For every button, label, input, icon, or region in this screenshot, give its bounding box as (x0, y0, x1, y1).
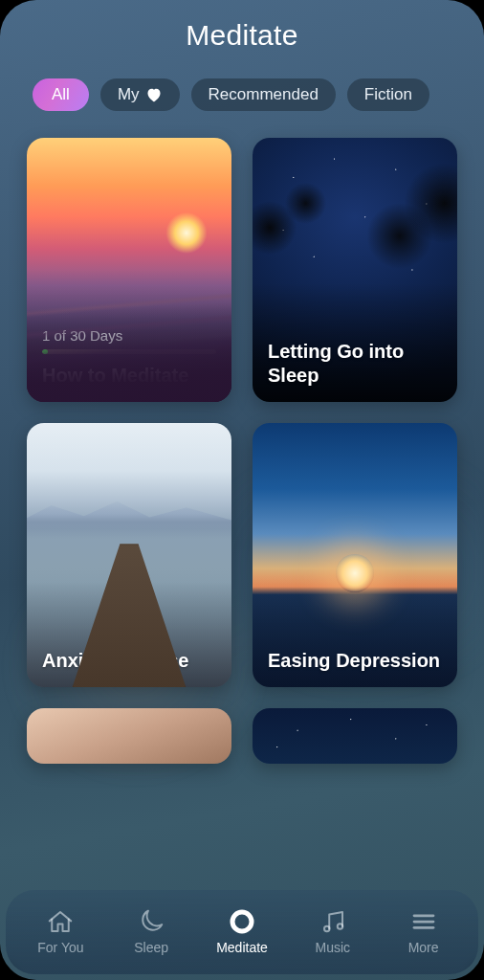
bottom-nav[interactable]: For YouSleepMeditateMusicMore (6, 890, 478, 974)
filter-chip-row[interactable]: AllMyRecommendedFiction (0, 61, 484, 121)
svg-point-0 (232, 912, 252, 931)
chip-label: My (118, 85, 140, 104)
app-screen: Meditate AllMyRecommendedFiction 1 of 30… (0, 0, 484, 980)
content-area: Meditate AllMyRecommendedFiction 1 of 30… (0, 0, 484, 980)
moon-icon (137, 907, 165, 936)
page-title: Meditate (0, 19, 484, 52)
card-label-area: Easing Depression (253, 635, 457, 687)
header: Meditate (0, 0, 484, 61)
card-title: Anxiety Release (42, 649, 216, 672)
card-how-to-meditate[interactable]: 1 of 30 DaysHow to Meditate (27, 138, 231, 402)
progress-caption: 1 of 30 Days (42, 327, 216, 344)
card-easing-depression[interactable]: Easing Depression (253, 423, 457, 687)
card-partial-5[interactable] (253, 708, 457, 764)
svg-point-1 (324, 926, 330, 932)
nav-label: Meditate (216, 940, 268, 955)
card-anxiety-release[interactable]: Anxiety Release (27, 423, 231, 687)
nav-label: For You (37, 940, 83, 955)
chip-label: All (52, 85, 70, 104)
filter-chip-all[interactable]: All (33, 78, 89, 111)
menu-icon (409, 907, 438, 936)
card-title: Easing Depression (268, 649, 442, 672)
card-partial-4[interactable] (27, 708, 231, 764)
card-label-area: Letting Go into Sleep (253, 326, 457, 402)
card-title: Letting Go into Sleep (268, 340, 442, 387)
nav-item-for-you[interactable]: For You (15, 907, 106, 955)
nav-item-meditate[interactable]: Meditate (197, 907, 288, 955)
card-label-area: Anxiety Release (27, 635, 231, 687)
nav-item-more[interactable]: More (378, 907, 469, 955)
nav-label: Music (316, 940, 351, 955)
filter-chip-my[interactable]: My (100, 78, 180, 111)
card-title: How to Meditate (42, 364, 216, 387)
nav-label: More (408, 940, 439, 955)
heart-icon (145, 87, 163, 102)
filter-chip-recommended[interactable]: Recommended (191, 78, 336, 111)
chip-label: Fiction (364, 85, 412, 104)
circle-icon (228, 907, 256, 936)
home-icon (46, 907, 75, 936)
progress-fill (42, 349, 48, 354)
filter-chip-fiction[interactable]: Fiction (347, 78, 429, 111)
nav-item-sleep[interactable]: Sleep (106, 907, 197, 955)
card-grid[interactable]: 1 of 30 DaysHow to MeditateLetting Go in… (0, 121, 484, 980)
card-label-area: 1 of 30 DaysHow to Meditate (27, 314, 231, 402)
music-icon (319, 907, 347, 936)
nav-item-music[interactable]: Music (287, 907, 378, 955)
svg-point-2 (338, 924, 343, 929)
card-letting-go-into-sleep[interactable]: Letting Go into Sleep (253, 138, 457, 402)
progress-bar (42, 349, 216, 354)
nav-label: Sleep (134, 940, 168, 955)
chip-label: Recommended (209, 85, 319, 104)
